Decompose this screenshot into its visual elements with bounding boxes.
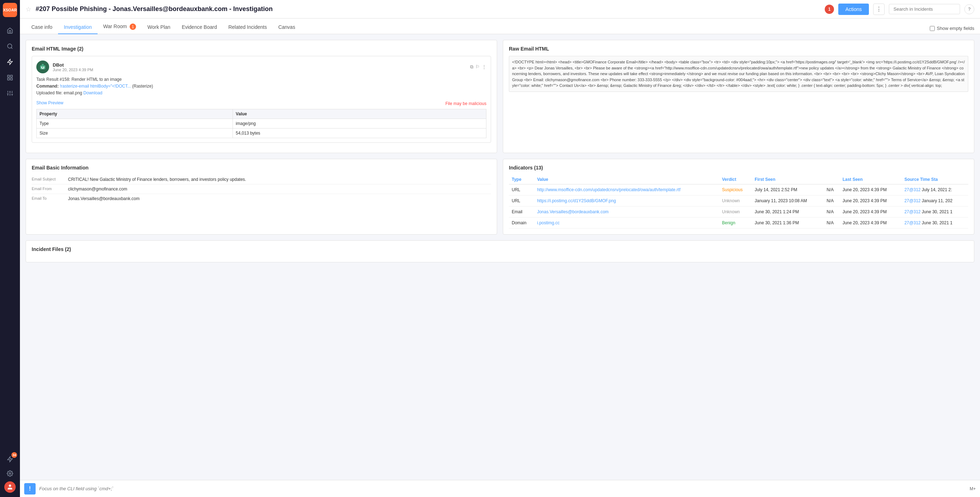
indicators-table: Type Value Verdict First Seen Last Seen … bbox=[509, 175, 968, 229]
bot-card: DBot June 20, 2023 4:39 PM ⧉ ⚐ ⋮ Task Re… bbox=[32, 56, 491, 143]
indicator-row: Domain i.postimg.cc Benign June 30, 2021… bbox=[509, 217, 968, 228]
col-last-seen: Last Seen bbox=[840, 175, 902, 184]
indicator-source: 27@312 January 11, 202 bbox=[902, 195, 968, 206]
bot-body: Task Result #158: Render HTML to an imag… bbox=[36, 76, 487, 97]
command-label: Command: bbox=[36, 84, 60, 89]
sidebar-item-equalizer[interactable] bbox=[3, 87, 16, 100]
sidebar-item-user[interactable] bbox=[4, 481, 16, 493]
sidebar-item-bolt[interactable]: 34 bbox=[3, 453, 16, 466]
bot-time: June 20, 2023 4:39 PM bbox=[53, 68, 93, 72]
svg-marker-2 bbox=[8, 59, 13, 65]
prop-size-label: Size bbox=[37, 128, 233, 138]
col-value: Value bbox=[534, 175, 719, 184]
help-button[interactable]: ? bbox=[964, 4, 974, 14]
indicator-value[interactable]: i.postimg.cc bbox=[534, 217, 719, 228]
task-result: Task Result #158: Render HTML to an imag… bbox=[36, 76, 487, 83]
email-basic-panel: Email Basic Information Email Subject CR… bbox=[25, 159, 497, 235]
raw-html-panel: Raw Email HTML <!DOCTYPE html><html> <he… bbox=[503, 40, 974, 153]
indicator-na: N/A bbox=[824, 206, 840, 217]
raw-html-title: Raw Email HTML bbox=[509, 46, 968, 52]
more-options-button[interactable]: ⋮ bbox=[873, 3, 885, 15]
incident-title: Possible Phishing - Jonas.Versailles@bor… bbox=[52, 5, 273, 13]
exclaim-button[interactable]: ! bbox=[24, 483, 36, 494]
copy-icon[interactable]: ⧉ bbox=[470, 64, 473, 70]
tab-canvas[interactable]: Canvas bbox=[272, 21, 301, 34]
raw-html-content: <!DOCTYPE html><html> <head> <title>GMOF… bbox=[509, 56, 968, 92]
indicator-first-seen: June 30, 2021 1:36 PM bbox=[752, 217, 824, 228]
tab-related-incidents[interactable]: Related Incidents bbox=[223, 21, 272, 34]
show-empty-fields: Show empty fields bbox=[930, 25, 975, 31]
tab-case-info[interactable]: Case info bbox=[25, 21, 58, 34]
email-basic-title: Email Basic Information bbox=[32, 165, 491, 170]
properties-table: Property Value Type image/png Size 54,01… bbox=[36, 109, 487, 138]
svg-point-21 bbox=[41, 67, 42, 68]
cli-badge: M+ bbox=[970, 486, 976, 491]
star-icon[interactable]: ☆ bbox=[25, 5, 31, 13]
bot-info: DBot June 20, 2023 4:39 PM bbox=[53, 62, 93, 72]
svg-rect-6 bbox=[11, 78, 13, 80]
show-preview-link[interactable]: Show Preview bbox=[36, 100, 64, 105]
indicator-last-seen: June 20, 2023 4:39 PM bbox=[840, 195, 902, 206]
show-empty-checkbox[interactable] bbox=[930, 26, 935, 31]
col-source-time: Source Time Sta bbox=[902, 175, 968, 184]
indicator-last-seen: June 20, 2023 4:39 PM bbox=[840, 217, 902, 228]
svg-point-0 bbox=[8, 44, 12, 48]
svg-point-17 bbox=[9, 473, 11, 475]
indicators-title: Indicators (13) bbox=[509, 165, 968, 170]
col-type: Type bbox=[509, 175, 534, 184]
prop-header-property: Property bbox=[37, 109, 233, 119]
svg-rect-23 bbox=[41, 68, 44, 69]
page-title: #207 Possible Phishing - Jonas.Versaille… bbox=[36, 5, 821, 13]
tab-investigation[interactable]: Investigation bbox=[58, 21, 97, 34]
email-subject-value: CRITICAL! New Galactic Ministry of Finan… bbox=[68, 177, 246, 182]
indicator-source: 27@312 July 14, 2021 2: bbox=[902, 184, 968, 195]
sidebar-item-incidents[interactable] bbox=[3, 56, 16, 68]
email-to-row: Email To Jonas.Versailles@bordeauxbank.c… bbox=[32, 194, 491, 203]
indicator-value[interactable]: https://i.postimg.cc/d1Y2SddB/GMOF.png bbox=[534, 195, 719, 206]
email-from-value: clichymason@gmofinance.com bbox=[68, 187, 127, 192]
indicator-source: 27@312 June 30, 2021 1 bbox=[902, 217, 968, 228]
sidebar-item-dashboard[interactable] bbox=[3, 71, 16, 84]
flag-icon[interactable]: ⚐ bbox=[476, 64, 480, 70]
command-link[interactable]: !rasterize-email htmlBody="<!DOCT... bbox=[60, 84, 131, 89]
col-verdict: Verdict bbox=[719, 175, 752, 184]
main-area: ☆ #207 Possible Phishing - Jonas.Versail… bbox=[20, 0, 980, 497]
indicator-row: URL https://i.postimg.cc/d1Y2SddB/GMOF.p… bbox=[509, 195, 968, 206]
sidebar-logo: XSOAR bbox=[3, 3, 17, 17]
bolt-badge: 34 bbox=[11, 452, 17, 458]
content-area: Email HTML Image (2) DBot bbox=[20, 34, 980, 480]
svg-rect-5 bbox=[8, 78, 9, 80]
search-input[interactable] bbox=[889, 4, 960, 14]
sidebar-item-home[interactable] bbox=[3, 24, 16, 37]
indicator-first-seen: June 30, 2021 1:24 PM bbox=[752, 206, 824, 217]
prop-type-label: Type bbox=[37, 119, 233, 128]
download-link[interactable]: Download bbox=[83, 91, 102, 95]
indicator-first-seen: January 11, 2023 10:08 AM bbox=[752, 195, 824, 206]
bottombar: ! M+ bbox=[20, 480, 980, 497]
indicator-value[interactable]: Jonas.Versailles@bordeauxbank.com bbox=[534, 206, 719, 217]
col-first-seen: First Seen bbox=[752, 175, 824, 184]
actions-button[interactable]: Actions bbox=[838, 3, 869, 15]
cli-input[interactable] bbox=[39, 486, 966, 491]
email-image-panel: Email HTML Image (2) DBot bbox=[25, 40, 497, 153]
svg-marker-16 bbox=[8, 457, 13, 462]
indicator-value[interactable]: http://www.msoffice-cdn.com/updatedcnsrv… bbox=[534, 184, 719, 195]
sidebar-item-search[interactable] bbox=[3, 40, 16, 53]
notification-bubble[interactable]: 1 bbox=[825, 5, 834, 14]
bot-header: DBot June 20, 2023 4:39 PM ⧉ ⚐ ⋮ bbox=[36, 60, 487, 73]
show-empty-label: Show empty fields bbox=[937, 25, 975, 31]
tab-work-plan[interactable]: Work Plan bbox=[142, 21, 176, 34]
col-na bbox=[824, 175, 840, 184]
sidebar-item-settings[interactable] bbox=[3, 467, 16, 480]
command-line: Command: !rasterize-email htmlBody="<!DO… bbox=[36, 83, 487, 90]
indicator-verdict: Unknown bbox=[719, 206, 752, 217]
more-icon[interactable]: ⋮ bbox=[482, 64, 487, 70]
topbar: ☆ #207 Possible Phishing - Jonas.Versail… bbox=[20, 0, 980, 19]
tab-evidence-board[interactable]: Evidence Board bbox=[176, 21, 223, 34]
tab-war-room[interactable]: War Room 1 bbox=[97, 20, 142, 34]
indicator-last-seen: June 20, 2023 4:39 PM bbox=[840, 206, 902, 217]
indicators-panel: Indicators (13) Type Value Verdict First… bbox=[503, 159, 974, 235]
incident-files-title: Incident Files (2) bbox=[32, 246, 968, 252]
svg-point-18 bbox=[9, 484, 11, 487]
email-from-row: Email From clichymason@gmofinance.com bbox=[32, 184, 491, 194]
